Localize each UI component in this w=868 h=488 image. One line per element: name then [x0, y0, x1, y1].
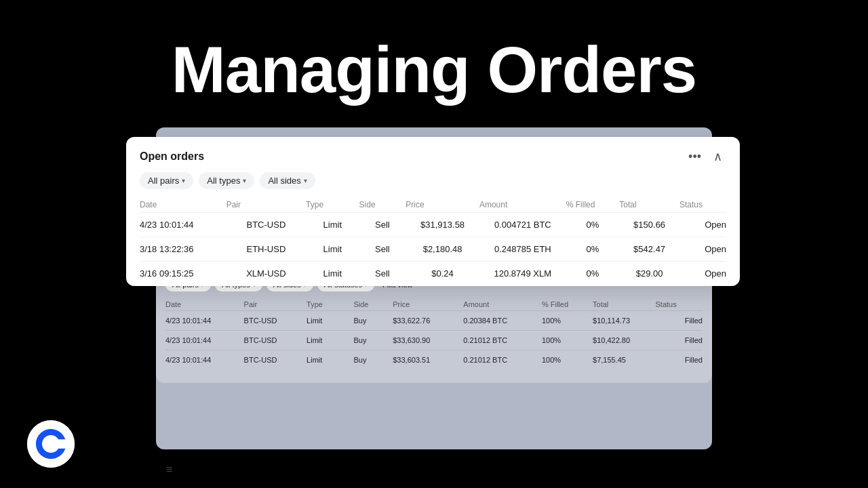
cell-price: $0.24	[406, 262, 479, 286]
cell-type: Limit	[307, 350, 353, 370]
cell-date: 4/23 10:01:44	[165, 331, 244, 350]
cell-type: Limit	[307, 331, 353, 350]
table-row[interactable]: 4/23 10:01:44 BTC-USD Limit Sell $31,913…	[140, 213, 726, 237]
cell-status: Open	[679, 262, 726, 286]
cell-side: Buy	[353, 350, 393, 370]
table-row[interactable]: 4/23 10:01:44 BTC-USD Limit Buy $33,630.…	[165, 331, 703, 350]
cell-date: 4/23 10:01:44	[165, 311, 244, 331]
cell-pair: XLM-USD	[226, 262, 306, 286]
cell-status: Open	[679, 237, 726, 262]
cell-price: $33,630.90	[393, 331, 463, 350]
chevron-down-icon: ▾	[182, 177, 185, 184]
col-header-price: Price	[393, 298, 463, 311]
col-header-amount: Amount	[463, 298, 542, 311]
panel-header: Open orders ••• ∧	[126, 137, 740, 172]
filled-orders-panel: All pairs ▾ All types ▾ All sides ▾ All …	[156, 271, 712, 383]
cell-price: $33,622.76	[393, 311, 463, 331]
cell-status: Filled	[656, 311, 703, 331]
th-status: Status	[679, 197, 726, 213]
filter-all-sides[interactable]: All sides ▾	[260, 172, 315, 189]
th-type: Type	[306, 197, 359, 213]
cell-pair: BTC-USD	[244, 331, 307, 350]
cell-filled: 100%	[542, 331, 593, 350]
chevron-down-icon: ▾	[304, 177, 307, 184]
table-row[interactable]: 3/18 13:22:36 ETH-USD Limit Sell $2,180.…	[140, 237, 726, 262]
th-price: Price	[406, 197, 479, 213]
table-row[interactable]: 3/16 09:15:25 XLM-USD Limit Sell $0.24 1…	[140, 262, 726, 286]
th-date: Date	[140, 197, 226, 213]
col-header-filled: % Filled	[542, 298, 593, 311]
cell-side: Sell	[359, 213, 406, 237]
cell-total: $10,422.80	[593, 331, 655, 350]
title-section: Managing Orders	[0, 0, 868, 106]
cell-status: Open	[679, 213, 726, 237]
table-row[interactable]: 4/23 10:01:44 BTC-USD Limit Buy $33,622.…	[165, 311, 703, 331]
table-row[interactable]: 4/23 10:01:44 BTC-USD Limit Buy $33,603.…	[165, 350, 703, 370]
cell-price: $33,603.51	[393, 350, 463, 370]
open-orders-panel: Open orders ••• ∧ All pairs ▾ All types …	[126, 137, 740, 286]
th-total: Total	[619, 197, 679, 213]
cell-amount: 0.004721 BTC	[479, 213, 566, 237]
cell-filled: 100%	[542, 311, 593, 331]
filled-orders-table: Date Pair Type Side Price Amount % Fille…	[165, 298, 703, 369]
open-orders-filter-row: All pairs ▾ All types ▾ All sides ▾	[126, 172, 740, 197]
cell-filled: 0%	[566, 213, 620, 237]
cell-date: 3/18 13:22:36	[140, 237, 226, 262]
cell-type: Limit	[306, 237, 359, 262]
cell-amount: 0.20384 BTC	[463, 311, 542, 331]
cell-side: Sell	[359, 237, 406, 262]
cell-side: Sell	[359, 262, 406, 286]
cell-date: 4/23 10:01:44	[165, 350, 244, 370]
th-side: Side	[359, 197, 406, 213]
coinbase-logo	[27, 420, 75, 468]
svg-point-1	[27, 420, 75, 468]
cell-type: Limit	[306, 262, 359, 286]
cell-total: $542.47	[619, 237, 679, 262]
page-title: Managing Orders	[0, 34, 868, 106]
open-orders-table: Date Pair Type Side Price Amount % Fille…	[140, 197, 726, 285]
cell-date: 4/23 10:01:44	[140, 213, 226, 237]
th-filled: % Filled	[566, 197, 620, 213]
panel-controls: ••• ∧	[684, 148, 726, 165]
cell-total: $29.00	[619, 262, 679, 286]
cell-date: 3/16 09:15:25	[140, 262, 226, 286]
chevron-down-icon: ▾	[243, 177, 246, 184]
col-header-status: Status	[656, 298, 703, 311]
cell-side: Buy	[353, 331, 393, 350]
cell-type: Limit	[307, 311, 353, 331]
cell-amount: 0.248785 ETH	[479, 237, 566, 262]
cell-amount: 120.8749 XLM	[479, 262, 566, 286]
cell-pair: ETH-USD	[226, 237, 306, 262]
cell-amount: 0.21012 BTC	[463, 331, 542, 350]
cell-filled: 0%	[566, 237, 620, 262]
cell-side: Buy	[353, 311, 393, 331]
cell-status: Filled	[656, 331, 703, 350]
th-amount: Amount	[479, 197, 566, 213]
cell-filled: 0%	[566, 262, 620, 286]
filter-all-types[interactable]: All types ▾	[199, 172, 254, 189]
hamburger-icon: ≡	[166, 464, 172, 476]
more-options-button[interactable]: •••	[684, 148, 705, 165]
panel-title: Open orders	[140, 150, 204, 163]
cell-price: $31,913.58	[406, 213, 479, 237]
col-header-side: Side	[353, 298, 393, 311]
cell-filled: 100%	[542, 350, 593, 370]
col-header-date: Date	[165, 298, 244, 311]
cell-total: $7,155.45	[593, 350, 655, 370]
collapse-button[interactable]: ∧	[709, 148, 726, 165]
th-pair: Pair	[226, 197, 306, 213]
cell-total: $10,114.73	[593, 311, 655, 331]
cell-total: $150.66	[619, 213, 679, 237]
cell-price: $2,180.48	[406, 237, 479, 262]
filter-all-pairs[interactable]: All pairs ▾	[140, 172, 193, 189]
open-orders-table-wrap: Date Pair Type Side Price Amount % Fille…	[126, 197, 740, 285]
col-header-pair: Pair	[244, 298, 307, 311]
cell-amount: 0.21012 BTC	[463, 350, 542, 370]
cell-pair: BTC-USD	[226, 213, 306, 237]
cell-pair: BTC-USD	[244, 350, 307, 370]
cell-pair: BTC-USD	[244, 311, 307, 331]
cell-type: Limit	[306, 213, 359, 237]
cell-status: Filled	[656, 350, 703, 370]
col-header-type: Type	[307, 298, 353, 311]
col-header-total: Total	[593, 298, 655, 311]
